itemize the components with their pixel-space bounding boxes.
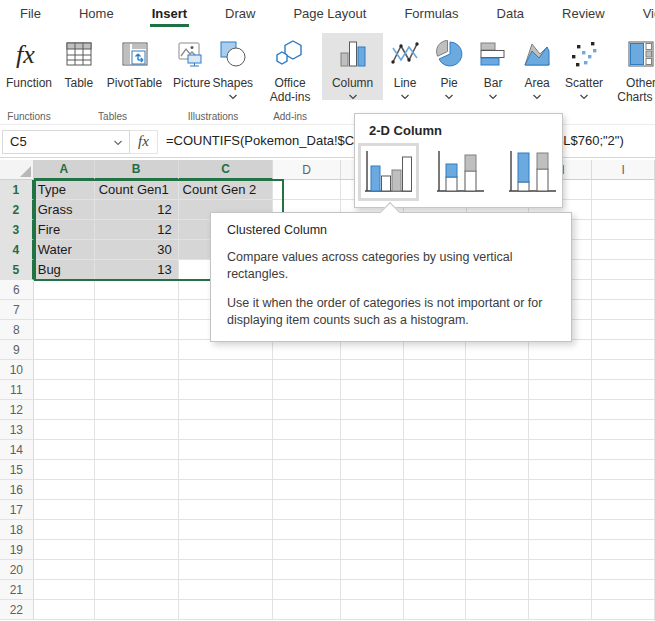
stacked-column-option[interactable] (430, 143, 491, 201)
cell-B11[interactable] (95, 380, 179, 400)
row-header-4[interactable]: 4 (0, 240, 34, 260)
row-header-3[interactable]: 3 (0, 220, 34, 240)
cell-C15[interactable] (179, 460, 274, 480)
cell-C11[interactable] (179, 380, 274, 400)
cell-B4[interactable]: 30 (95, 240, 179, 260)
cell-D15[interactable] (273, 460, 341, 480)
row-header-14[interactable]: 14 (0, 440, 34, 460)
cell-E21[interactable] (341, 580, 404, 600)
cell-D21[interactable] (273, 580, 341, 600)
cell-E15[interactable] (341, 460, 404, 480)
cell-I22[interactable] (592, 600, 655, 620)
cell-F22[interactable] (404, 600, 467, 620)
cell-G16[interactable] (466, 480, 529, 500)
row-header-2[interactable]: 2 (0, 200, 34, 220)
cell-I2[interactable] (592, 200, 655, 220)
cell-C10[interactable] (179, 360, 274, 380)
row-header-12[interactable]: 12 (0, 400, 34, 420)
cell-H14[interactable] (529, 440, 592, 460)
cell-G14[interactable] (466, 440, 529, 460)
cell-F16[interactable] (404, 480, 467, 500)
table-button[interactable]: Table (57, 33, 101, 90)
row-header-22[interactable]: 22 (0, 600, 34, 620)
tab-review[interactable]: Review (560, 1, 607, 27)
cell-F12[interactable] (404, 400, 467, 420)
cell-E19[interactable] (341, 540, 404, 560)
pivottable-button[interactable]: PivotTable (101, 33, 168, 90)
cell-A1[interactable]: Type (34, 180, 95, 200)
chevron-down-icon[interactable] (532, 94, 542, 100)
cell-E14[interactable] (341, 440, 404, 460)
cell-A17[interactable] (34, 500, 95, 520)
cell-I1[interactable] (592, 180, 655, 200)
formula-input[interactable]: =COUNTIFS(Pokemon_Data!$C$ (166, 133, 361, 148)
row-header-15[interactable]: 15 (0, 460, 34, 480)
chevron-down-icon[interactable] (488, 94, 498, 100)
tab-draw[interactable]: Draw (223, 1, 257, 27)
row-header-13[interactable]: 13 (0, 420, 34, 440)
cell-A8[interactable] (34, 320, 95, 340)
tab-formulas[interactable]: Formulas (402, 1, 460, 27)
cell-I15[interactable] (592, 460, 655, 480)
cell-E20[interactable] (341, 560, 404, 580)
cell-A15[interactable] (34, 460, 95, 480)
cell-B3[interactable]: 12 (95, 220, 179, 240)
tab-page-layout[interactable]: Page Layout (291, 1, 368, 27)
cell-B2[interactable]: 12 (95, 200, 179, 220)
cell-F10[interactable] (404, 360, 467, 380)
cell-A16[interactable] (34, 480, 95, 500)
cell-C21[interactable] (179, 580, 274, 600)
cell-H13[interactable] (529, 420, 592, 440)
clustered-column-option[interactable] (358, 143, 419, 201)
cell-G19[interactable] (466, 540, 529, 560)
cell-H22[interactable] (529, 600, 592, 620)
cell-B18[interactable] (95, 520, 179, 540)
cell-A11[interactable] (34, 380, 95, 400)
cell-B19[interactable] (95, 540, 179, 560)
cell-G11[interactable] (466, 380, 529, 400)
cell-G15[interactable] (466, 460, 529, 480)
cell-F15[interactable] (404, 460, 467, 480)
formula-input-tail[interactable]: $L$760;"2") (556, 133, 624, 148)
shapes-button[interactable]: Shapes (211, 33, 259, 100)
cell-C18[interactable] (179, 520, 274, 540)
row-header-8[interactable]: 8 (0, 320, 34, 340)
cell-G22[interactable] (466, 600, 529, 620)
cell-A10[interactable] (34, 360, 95, 380)
cell-D17[interactable] (273, 500, 341, 520)
cell-I5[interactable] (592, 260, 655, 280)
col-header-I[interactable]: I (592, 160, 655, 180)
col-header-D[interactable]: D (273, 160, 341, 180)
cell-G10[interactable] (466, 360, 529, 380)
area-chart-button[interactable]: Area (515, 33, 559, 100)
tab-data[interactable]: Data (495, 1, 526, 27)
tab-home[interactable]: Home (77, 1, 116, 27)
cell-D19[interactable] (273, 540, 341, 560)
chevron-down-icon[interactable] (228, 94, 238, 100)
cell-H9[interactable] (529, 340, 592, 360)
cell-G17[interactable] (466, 500, 529, 520)
cell-I17[interactable] (592, 500, 655, 520)
cell-D10[interactable] (273, 360, 341, 380)
cell-B10[interactable] (95, 360, 179, 380)
cell-C9[interactable] (179, 340, 274, 360)
cell-B12[interactable] (95, 400, 179, 420)
row-header-17[interactable]: 17 (0, 500, 34, 520)
cell-A20[interactable] (34, 560, 95, 580)
cell-F11[interactable] (404, 380, 467, 400)
cell-I3[interactable] (592, 220, 655, 240)
cell-B13[interactable] (95, 420, 179, 440)
select-all-corner[interactable] (0, 160, 34, 180)
cell-A19[interactable] (34, 540, 95, 560)
cell-A21[interactable] (34, 580, 95, 600)
stacked-100-column-option[interactable] (501, 143, 562, 201)
cell-E13[interactable] (341, 420, 404, 440)
column-chart-button[interactable]: Column (322, 33, 383, 100)
cell-E11[interactable] (341, 380, 404, 400)
cell-I8[interactable] (592, 320, 655, 340)
cell-B22[interactable] (95, 600, 179, 620)
cell-D22[interactable] (273, 600, 341, 620)
cell-A7[interactable] (34, 300, 95, 320)
cell-F21[interactable] (404, 580, 467, 600)
cell-B16[interactable] (95, 480, 179, 500)
